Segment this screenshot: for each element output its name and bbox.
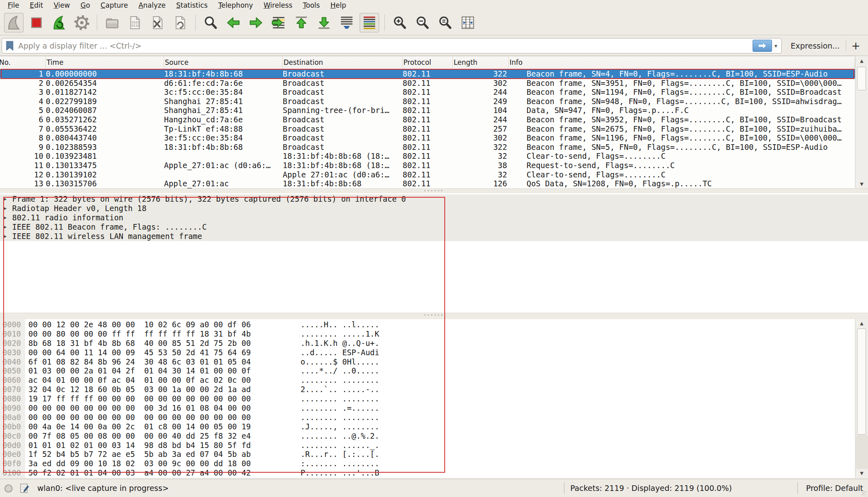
- hex-row-0040[interactable]: 00406f 01 08 82 84 8b 96 24 30 48 6c 03 …: [0, 357, 855, 367]
- go-last-button[interactable]: [314, 13, 334, 32]
- packet-row-7[interactable]: 70.055536422Tp-LinkT_ef:48:88Broadcast80…: [0, 124, 855, 134]
- expert-info-icon[interactable]: [4, 484, 13, 493]
- go-first-button[interactable]: [292, 13, 311, 32]
- packet-row-4[interactable]: 40.022799189Shanghai_27:85:41Broadcast80…: [0, 97, 855, 106]
- go-back-button[interactable]: [224, 13, 243, 32]
- menu-analyze[interactable]: Analyze: [133, 0, 171, 11]
- scroll-up-icon[interactable]: ▲: [855, 319, 868, 328]
- menu-statistics[interactable]: Statistics: [171, 0, 213, 11]
- column-header-length[interactable]: Length: [453, 56, 509, 69]
- window-resize-grip[interactable]: [862, 491, 867, 497]
- go-forward-button[interactable]: [246, 13, 266, 32]
- menu-capture[interactable]: Capture: [95, 0, 133, 11]
- expand-arrow-icon[interactable]: ▶: [4, 213, 6, 222]
- details-row-4[interactable]: ▶IEEE 802.11 wireless LAN management fra…: [0, 232, 868, 241]
- packet-row-8[interactable]: 80.0804437403e:f5:cc:0e:35:84Broadcast80…: [0, 133, 855, 143]
- restart-capture-button[interactable]: [49, 13, 69, 32]
- find-packet-button[interactable]: [201, 13, 220, 32]
- filter-bookmark-icon[interactable]: [5, 41, 14, 51]
- auto-scroll-button[interactable]: [337, 13, 356, 32]
- packet-row-2[interactable]: 20.002654354d6:61:fe:cd:7a:6eBroadcast80…: [0, 79, 855, 88]
- column-header-destination[interactable]: Destination: [283, 56, 403, 69]
- zoom-original-button[interactable]: [435, 13, 455, 32]
- scroll-down-icon[interactable]: ▼: [855, 180, 868, 189]
- hex-row-0050[interactable]: 005001 03 00 00 2a 01 04 2f 01 04 30 14 …: [0, 366, 855, 375]
- expand-arrow-icon[interactable]: ▶: [4, 232, 6, 241]
- expand-arrow-icon[interactable]: ▶: [4, 204, 6, 213]
- hex-row-0090[interactable]: 009000 00 00 00 00 00 00 00 00 3d 16 01 …: [0, 403, 855, 413]
- capture-options-button[interactable]: [72, 13, 92, 32]
- details-row-2[interactable]: ▶802.11 radio information: [0, 213, 868, 222]
- details-row-0[interactable]: ▶Frame 1: 322 bytes on wire (2576 bits),…: [0, 194, 868, 204]
- hex-row-0060[interactable]: 0060ac 04 01 00 00 0f ac 04 01 00 00 0f …: [0, 375, 855, 385]
- hex-row-0000[interactable]: 000000 00 12 00 2e 48 00 00 10 02 6c 09 …: [0, 320, 855, 329]
- expand-arrow-icon[interactable]: ▶: [4, 222, 6, 232]
- packet-row-11[interactable]: 110.130133475Apple_27:01:ac (d0:a6:…18:3…: [0, 161, 855, 170]
- hex-row-0010[interactable]: 001000 00 80 00 00 00 ff ff ff ff ff ff …: [0, 329, 855, 339]
- zoom-out-button[interactable]: [413, 13, 432, 32]
- close-file-button[interactable]: [148, 13, 167, 32]
- menu-go[interactable]: Go: [75, 0, 96, 11]
- packet-row-10[interactable]: 100.10392348118:31:bf:4b:8b:68 (18:…802.…: [0, 151, 855, 161]
- packet-row-6[interactable]: 60.035271262Hangzhou_cd:7a:6eBroadcast80…: [0, 115, 855, 124]
- menu-wireless[interactable]: Wireless: [258, 0, 298, 11]
- hex-row-00e0[interactable]: 00e01f 52 b4 b5 b7 72 ae e5 5b ab 3a ed …: [0, 450, 855, 459]
- colorize-packets-button[interactable]: [360, 13, 379, 32]
- add-filter-button[interactable]: +: [851, 37, 860, 54]
- expand-arrow-icon[interactable]: ▶: [4, 194, 6, 204]
- open-file-button[interactable]: [102, 13, 122, 32]
- apply-filter-button[interactable]: [753, 40, 772, 52]
- go-to-packet-button[interactable]: [269, 13, 288, 32]
- hex-row-00b0[interactable]: 00b000 4a 0e 14 00 0a 00 2c 01 c8 00 14 …: [0, 422, 855, 431]
- hex-row-0070[interactable]: 007032 04 0c 12 18 60 0b 05 03 00 1a 00 …: [0, 385, 855, 394]
- hex-row-0030[interactable]: 003000 00 64 00 11 14 00 09 45 53 50 2d …: [0, 348, 855, 357]
- hex-row-00f0[interactable]: 00f03a ed dd 09 00 10 18 02 03 00 9c 00 …: [0, 459, 855, 468]
- hex-scrollbar[interactable]: ▲ ▼: [855, 319, 868, 478]
- column-header-source[interactable]: Source: [164, 56, 283, 69]
- zoom-in-button[interactable]: [390, 13, 409, 32]
- details-row-3[interactable]: ▶IEEE 802.11 Beacon frame, Flags: ......…: [0, 222, 868, 232]
- profile-indicator[interactable]: Profile: Default: [806, 479, 863, 497]
- filter-dropdown-caret[interactable]: ▾: [774, 43, 777, 49]
- hex-row-00c0[interactable]: 00c000 7f 08 05 00 08 00 00 00 00 40 dd …: [0, 431, 855, 441]
- scroll-up-icon[interactable]: ▲: [855, 57, 868, 66]
- splitter-top[interactable]: ••••••: [0, 188, 868, 193]
- packet-cell-source: [164, 170, 283, 179]
- column-header-info[interactable]: Info: [509, 56, 855, 69]
- hex-row-0100[interactable]: 010050 f2 02 01 01 84 00 03 a4 00 00 27 …: [0, 468, 855, 478]
- packet-row-1[interactable]: 10.00000000018:31:bf:4b:8b:68Broadcast80…: [0, 69, 855, 79]
- menu-view[interactable]: View: [48, 0, 75, 11]
- menu-help[interactable]: Help: [325, 0, 352, 11]
- details-row-1[interactable]: ▶Radiotap Header v0, Length 18: [0, 204, 868, 213]
- reload-file-button[interactable]: [171, 13, 190, 32]
- capture-comment-icon[interactable]: [19, 483, 29, 494]
- hex-row-00a0[interactable]: 00a000 00 00 00 00 00 00 00 00 00 00 00 …: [0, 413, 855, 422]
- column-header-protocol[interactable]: Protocol: [403, 56, 453, 69]
- packet-row-3[interactable]: 30.0118271423c:f5:cc:0e:35:84Broadcast80…: [0, 87, 855, 97]
- packet-row-9[interactable]: 90.10238859318:31:bf:4b:8b:68Broadcast80…: [0, 143, 855, 152]
- column-header-time[interactable]: Time: [46, 56, 164, 69]
- save-file-button[interactable]: 0101 0110: [125, 13, 145, 32]
- packet-list-scroll-thumb[interactable]: [857, 67, 866, 90]
- column-header-no[interactable]: No.: [0, 56, 46, 69]
- splitter-bottom[interactable]: ••••••: [0, 313, 868, 319]
- packet-list-scrollbar[interactable]: ▲ ▼: [855, 57, 868, 189]
- hex-scroll-track[interactable]: [856, 435, 868, 469]
- menu-telephony[interactable]: Telephony: [213, 0, 258, 11]
- menu-edit[interactable]: Edit: [24, 0, 48, 11]
- start-capture-button[interactable]: [4, 13, 23, 32]
- scroll-down-icon[interactable]: ▼: [855, 469, 868, 478]
- packet-row-12[interactable]: 120.130139102Apple_27:01:ac (d0:a6:…802.…: [0, 170, 855, 179]
- expression-button[interactable]: Expression...: [791, 39, 840, 52]
- resize-columns-button[interactable]: [458, 13, 478, 32]
- hex-row-0020[interactable]: 00208b 68 18 31 bf 4b 8b 68 40 00 85 51 …: [0, 339, 855, 348]
- menu-file[interactable]: File: [2, 0, 24, 11]
- stop-capture-button[interactable]: [27, 13, 46, 32]
- hex-scroll-thumb[interactable]: [857, 328, 866, 435]
- menu-tools[interactable]: Tools: [298, 0, 325, 11]
- packet-row-5[interactable]: 50.024060087Shanghai_27:85:41Spanning-tr…: [0, 106, 855, 115]
- hex-row-00d0[interactable]: 00d001 01 01 02 01 00 03 14 98 d8 bd b4 …: [0, 441, 855, 450]
- display-filter-input[interactable]: Apply a display filter ... <Ctrl-/> ▾: [2, 38, 782, 53]
- packet-row-13[interactable]: 130.130315706Apple_27:01:ac18:31:bf:4b:8…: [0, 179, 855, 188]
- hex-row-0080[interactable]: 008019 17 ff ff ff 00 00 00 00 00 00 00 …: [0, 394, 855, 403]
